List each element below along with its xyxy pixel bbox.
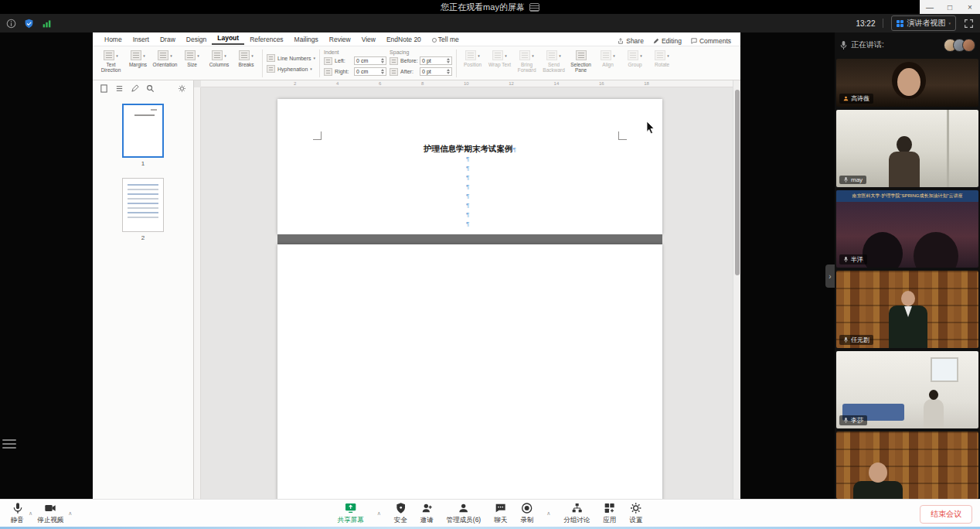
record-button[interactable]: 录制 — [519, 502, 535, 525]
indent-right-input[interactable]: 0 cm — [354, 67, 386, 76]
send-backward-button[interactable]: ▾ Send Backward — [540, 48, 567, 73]
tab-insert[interactable]: Insert — [128, 34, 155, 45]
tab-endnote[interactable]: EndNote 20 — [381, 34, 427, 45]
close-button[interactable]: × — [962, 3, 978, 12]
tab-review[interactable]: Review — [324, 34, 356, 45]
stop-video-button[interactable]: 停止视频 — [36, 502, 65, 525]
video-tile[interactable]: may — [836, 110, 978, 187]
document-area[interactable]: 24 68 1012 1416 18 护理信息学期末考试案例¶ — [194, 80, 740, 499]
tab-design[interactable]: Design — [181, 34, 212, 45]
video-tile[interactable] — [836, 432, 978, 499]
page-thumbnail-1[interactable] — [122, 104, 164, 158]
apps-icon — [604, 502, 616, 514]
pen-icon[interactable] — [131, 84, 139, 93]
document-scrollbar[interactable] — [733, 80, 740, 499]
network-signal-icon[interactable] — [42, 19, 52, 29]
search-icon[interactable] — [146, 84, 155, 93]
scrollbar-thumb[interactable] — [735, 90, 740, 275]
meeting-window: 您正在观看may的屏幕 — □ × 13:22 — [0, 0, 980, 529]
video-tile[interactable]: 任元剧 — [836, 271, 978, 348]
orientation-button[interactable]: ▾ Orientation — [151, 48, 179, 67]
invite-button[interactable]: 邀请 — [419, 502, 435, 525]
pilcrow-mark: ¶ — [513, 146, 516, 153]
screen-layout-icon[interactable] — [529, 3, 539, 12]
tab-mailings[interactable]: Mailings — [289, 34, 324, 45]
line-numbers-button[interactable]: Line Numbers▾ — [267, 54, 315, 62]
info-icon[interactable] — [6, 19, 16, 29]
video-tile[interactable]: 李莎 — [836, 351, 978, 428]
page-thumbnail-2[interactable] — [122, 178, 164, 232]
spacing-before-input[interactable]: 0 pt — [420, 56, 452, 65]
indent-left-input[interactable]: 0 cm — [354, 56, 386, 65]
video-tile[interactable]: 高诗薇 — [836, 59, 978, 107]
hyphenation-button[interactable]: Hyphenation▾ — [267, 65, 315, 73]
editing-action[interactable]: Editing — [653, 37, 682, 45]
wrap-text-button[interactable]: ▾ Wrap Text — [486, 48, 513, 67]
share-screen-button[interactable]: 共享屏幕 — [336, 502, 366, 525]
end-meeting-button[interactable]: 结束会议 — [920, 505, 972, 524]
orientation-icon — [158, 50, 168, 60]
breakout-rooms-button[interactable]: 分组讨论 — [562, 502, 591, 525]
members-icon — [458, 502, 470, 514]
comments-action[interactable]: Comments — [691, 37, 731, 45]
share-action[interactable]: Share — [618, 37, 644, 45]
manage-members-button[interactable]: 管理成员(6) — [445, 502, 482, 525]
fullscreen-icon[interactable] — [964, 19, 974, 29]
tab-draw[interactable]: Draw — [155, 34, 181, 45]
tab-home[interactable]: Home — [99, 34, 128, 45]
tab-view[interactable]: View — [356, 34, 381, 45]
participant-name-badge: 半洋 — [839, 254, 867, 264]
video-tile[interactable]: 南京医科大学·护理学院“SPRING成长加油计划”云讲座 半洋 — [836, 190, 978, 268]
speaker-view-icon — [897, 20, 903, 27]
chat-button[interactable]: 聊天 — [492, 502, 509, 525]
line-numbers-icon — [267, 54, 275, 62]
participant-name-badge: may — [839, 176, 866, 184]
breaks-button[interactable]: ▾ Breaks — [233, 48, 260, 67]
margins-button[interactable]: ▾ Margins — [124, 48, 151, 67]
panel-settings-icon[interactable] — [178, 84, 186, 93]
participants-sidebar: 正在讲话: 高诗薇 may — [835, 32, 980, 499]
group-button[interactable]: ▾ Group — [621, 48, 648, 67]
align-button[interactable]: ▾ Align — [594, 48, 621, 67]
text-direction-button[interactable]: ▾ Text Direction — [97, 48, 124, 73]
share-options-caret[interactable]: ∧ — [377, 510, 381, 517]
horizontal-ruler[interactable]: 24 68 1012 1416 18 — [201, 80, 733, 87]
page-view-icon[interactable] — [100, 84, 108, 93]
size-button[interactable]: ▾ Size — [179, 48, 206, 67]
maximize-button[interactable]: □ — [942, 3, 958, 12]
document-page-2[interactable] — [277, 244, 662, 499]
comment-icon — [691, 38, 697, 44]
bring-forward-button[interactable]: ▾ Bring Forward — [513, 48, 540, 73]
mute-button[interactable]: 静音 — [9, 502, 26, 525]
vertical-ruler[interactable] — [194, 87, 201, 499]
indent-group: Indent Left: 0 cm Right: — [322, 48, 388, 79]
record-options-caret[interactable]: ∧ — [546, 510, 550, 517]
rotate-button[interactable]: ▾ Rotate — [648, 48, 675, 67]
selection-pane-button[interactable]: Selection Pane — [567, 48, 594, 73]
minimize-button[interactable]: — — [922, 3, 937, 12]
security-shield-icon[interactable] — [24, 19, 34, 29]
spacing-after-input[interactable]: 0 pt — [420, 67, 452, 76]
clock: 13:22 — [856, 19, 875, 28]
margins-icon — [131, 50, 141, 60]
view-mode-selector[interactable]: 演讲者视图 ▾ — [891, 15, 956, 31]
mouse-cursor — [646, 121, 655, 138]
rotate-icon — [655, 50, 665, 60]
wrap-text-icon — [492, 50, 503, 60]
columns-button[interactable]: ▾ Columns — [206, 48, 233, 67]
tab-tellme[interactable]: Tell me — [427, 34, 464, 45]
sidebar-collapse-button[interactable]: › — [825, 264, 835, 288]
margin-crop-mark-right — [618, 131, 627, 140]
mic-options-caret[interactable]: ∧ — [29, 510, 32, 517]
apps-button[interactable]: 应用 — [601, 502, 618, 525]
record-icon — [521, 502, 533, 514]
security-button[interactable]: 安全 — [393, 502, 409, 525]
tab-layout[interactable]: Layout — [212, 32, 244, 45]
document-page-1[interactable]: 护理信息学期末考试案例¶ ¶¶ ¶¶ ¶¶ ¶¶ — [277, 99, 662, 234]
collapsed-toolbar-icon[interactable] — [2, 439, 16, 449]
tab-references[interactable]: References — [244, 34, 288, 45]
list-view-icon[interactable] — [115, 84, 124, 93]
position-button[interactable]: ▾ Position — [459, 48, 486, 67]
settings-button[interactable]: 设置 — [628, 502, 644, 525]
video-options-caret[interactable]: ∧ — [68, 510, 72, 517]
